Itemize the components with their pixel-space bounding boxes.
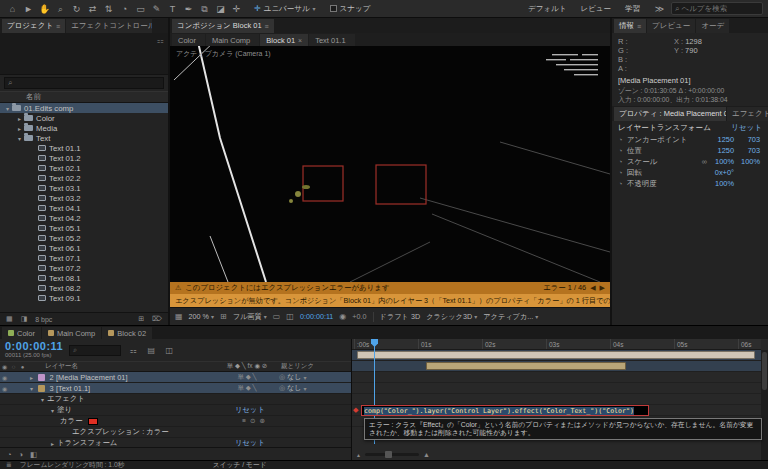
magnification-dropdown[interactable]: 200 %▾ bbox=[189, 312, 214, 321]
rotation-tool-icon[interactable]: ◔ bbox=[117, 2, 132, 16]
twirl-icon[interactable]: ▸ bbox=[48, 440, 57, 447]
vertical-scrollbar[interactable] bbox=[761, 350, 768, 460]
workspace-tab[interactable]: デフォルト bbox=[528, 4, 566, 14]
timeline-tab[interactable]: Color bbox=[2, 327, 41, 339]
expand-layers-icon[interactable]: ◔ bbox=[7, 450, 12, 459]
project-item[interactable]: Text 08.1 bbox=[0, 273, 168, 283]
project-item[interactable]: Text 06.1 bbox=[0, 243, 168, 253]
new-folder-icon[interactable]: ⊞ bbox=[138, 315, 144, 323]
shape-tool-icon[interactable]: ▭ bbox=[133, 2, 148, 16]
bit-depth-label[interactable]: 8 bpc bbox=[35, 316, 52, 323]
zoom-tool-icon[interactable]: ⌕ bbox=[53, 2, 68, 16]
project-item[interactable]: Text 07.2 bbox=[0, 263, 168, 273]
property-row[interactable]: ◔ 回転 0x+0° bbox=[612, 167, 768, 178]
renderer-dropdown[interactable]: クラシック3D▾ bbox=[426, 312, 477, 322]
expression-error-badge[interactable]: ◆ bbox=[353, 406, 358, 414]
project-item[interactable]: Text 03.2 bbox=[0, 193, 168, 203]
shy-layers-icon[interactable]: ◫ bbox=[163, 346, 175, 355]
project-item[interactable]: Text 02.1 bbox=[0, 163, 168, 173]
color-property-row[interactable]: カラー ≡ ⊙ ⊛ bbox=[0, 416, 351, 427]
project-item[interactable]: ▸ Color bbox=[0, 113, 168, 123]
project-item[interactable]: Text 01.1 bbox=[0, 143, 168, 153]
stopwatch-icon[interactable]: ◔ bbox=[616, 180, 625, 187]
effects-group-row[interactable]: ▾ エフェクト bbox=[0, 394, 351, 405]
close-icon[interactable]: × bbox=[298, 37, 302, 44]
scrollbar-thumb[interactable] bbox=[762, 352, 767, 390]
expression-warning-bar[interactable]: ⚠ このプロジェクトにはエクスプレッションエラーがあります エラー 1 / 46… bbox=[170, 282, 610, 294]
project-item[interactable]: Text 03.1 bbox=[0, 183, 168, 193]
tab-preview[interactable]: プレビュー bbox=[647, 19, 695, 33]
pickwhip-icon[interactable]: ◎ bbox=[279, 384, 285, 392]
stopwatch-icon[interactable]: ◔ bbox=[616, 158, 625, 165]
project-item[interactable]: ▸ Media bbox=[0, 123, 168, 133]
fast-previews-dropdown[interactable]: ドラフト 3D bbox=[380, 312, 421, 322]
property-value[interactable]: 100% bbox=[734, 157, 760, 166]
layer-name[interactable]: [Media Placement 01] bbox=[56, 373, 215, 382]
fill-effect-row[interactable]: ▾ 塗り リセット bbox=[0, 405, 351, 416]
zoom-out-icon[interactable]: ▲ bbox=[356, 452, 361, 458]
stopwatch-icon[interactable]: ◔ bbox=[616, 169, 625, 176]
tab-composition[interactable]: コンポジション Block 01 ≡ bbox=[172, 19, 274, 33]
project-item[interactable]: Text 09.1 bbox=[0, 293, 168, 303]
property-row[interactable]: ◔ アンカーポイント 1250 703 bbox=[612, 134, 768, 145]
twirl-icon[interactable]: ▾ bbox=[38, 396, 47, 403]
timeline-tab[interactable]: Block 02 bbox=[102, 327, 152, 339]
camera-icon[interactable]: ◉ bbox=[339, 312, 346, 321]
view-dropdown[interactable]: アクティブカ...▾ bbox=[483, 312, 538, 322]
puppet-tool-icon[interactable]: ✛ bbox=[229, 2, 244, 16]
layer-bar-media[interactable] bbox=[357, 351, 755, 359]
dolly-camera-tool-icon[interactable]: ⇅ bbox=[101, 2, 116, 16]
orbit-camera-tool-icon[interactable]: ↻ bbox=[69, 2, 84, 16]
composition-viewer[interactable]: アクティブカメラ (Camera 1) bbox=[170, 46, 610, 282]
project-item[interactable]: ▾ Text bbox=[0, 133, 168, 143]
viewer-timecode[interactable]: 0:00:00:11 bbox=[300, 312, 333, 321]
pen-tool-icon[interactable]: ✎ bbox=[149, 2, 164, 16]
always-preview-icon[interactable]: ▦ bbox=[175, 312, 183, 321]
project-search-input[interactable] bbox=[15, 79, 160, 88]
expression-enable-icon[interactable]: ≡ bbox=[242, 417, 246, 425]
pickwhip-icon[interactable]: ◎ bbox=[279, 373, 285, 381]
project-item[interactable]: ▾ 01.Edits comp bbox=[0, 103, 168, 113]
next-error-icon[interactable]: ▶ bbox=[600, 284, 605, 292]
tab-audio[interactable]: オーデ bbox=[696, 19, 729, 33]
snap-toggle[interactable]: スナップ bbox=[330, 4, 371, 14]
stopwatch-icon[interactable]: ◔ bbox=[616, 136, 625, 143]
panel-menu-icon[interactable]: ≡ bbox=[56, 23, 60, 30]
project-item[interactable]: Text 05.2 bbox=[0, 233, 168, 243]
switch-mode-button[interactable]: スイッチ / モード bbox=[213, 460, 267, 469]
resolution-dropdown[interactable]: フル画質▾ bbox=[233, 312, 267, 322]
flowchart-icon[interactable]: ⚏ bbox=[157, 36, 164, 45]
viewer-tab[interactable]: Color bbox=[172, 34, 205, 46]
eye-icon[interactable]: ◉ bbox=[0, 374, 9, 381]
twirl-icon[interactable]: ▸ bbox=[15, 125, 24, 132]
layer-color-chip[interactable] bbox=[38, 374, 45, 381]
fill-color-swatch[interactable] bbox=[88, 418, 98, 425]
layer-row-media-placement[interactable]: ◉ ▸ 2 [Media Placement 01] 単 ◆ ╲ ◎ なし ▾ bbox=[0, 372, 351, 383]
project-item[interactable]: Text 07.1 bbox=[0, 253, 168, 263]
region-of-interest-icon[interactable]: ▭ bbox=[273, 312, 281, 321]
property-value[interactable]: 100% bbox=[708, 157, 734, 166]
frame-blend-icon[interactable]: ◑ bbox=[19, 450, 24, 459]
workspace-tab[interactable]: レビュー bbox=[580, 4, 611, 14]
pan-camera-tool-icon[interactable]: ⇄ bbox=[85, 2, 100, 16]
help-search[interactable]: ⌕ bbox=[671, 2, 763, 15]
transform-group-row[interactable]: ▸ トランスフォーム リセット bbox=[0, 438, 351, 447]
time-ruler[interactable]: :00s01s02s03s04s05s06s bbox=[352, 339, 761, 350]
timeline-tab[interactable]: Main Comp bbox=[42, 327, 101, 339]
timeline-columns-header[interactable]: ◉ ◌ ● レイヤー名 単 ◆ ╲ fx ◉ ⊘ 親とリンク bbox=[0, 361, 351, 372]
expression-graph-icon[interactable]: ⊙ bbox=[250, 417, 255, 425]
tab-effects[interactable]: エフェクト bbox=[727, 107, 768, 121]
layer-row-text-01-1[interactable]: ◉ ▾ 3 [Text 01.1] 単 ◆ ╲ ◎ なし ▾ bbox=[0, 383, 351, 394]
twirl-icon[interactable]: ▾ bbox=[48, 407, 57, 414]
twirl-icon[interactable]: ▸ bbox=[15, 115, 24, 122]
layer-color-chip[interactable] bbox=[38, 385, 45, 392]
tab-info[interactable]: 情報 ≡ bbox=[614, 19, 646, 33]
property-row[interactable]: ◔ 位置 1250 703 bbox=[612, 145, 768, 156]
project-item[interactable]: Text 08.2 bbox=[0, 283, 168, 293]
current-time-display[interactable]: 0:00:00:11 bbox=[5, 341, 63, 352]
stopwatch-icon[interactable]: ◔ bbox=[616, 147, 625, 154]
reset-button[interactable]: リセット bbox=[731, 123, 762, 133]
zoom-in-icon[interactable]: ▲ bbox=[423, 451, 430, 458]
project-item[interactable]: Text 05.1 bbox=[0, 223, 168, 233]
parent-dropdown[interactable]: ◎ なし ▾ bbox=[279, 372, 351, 382]
